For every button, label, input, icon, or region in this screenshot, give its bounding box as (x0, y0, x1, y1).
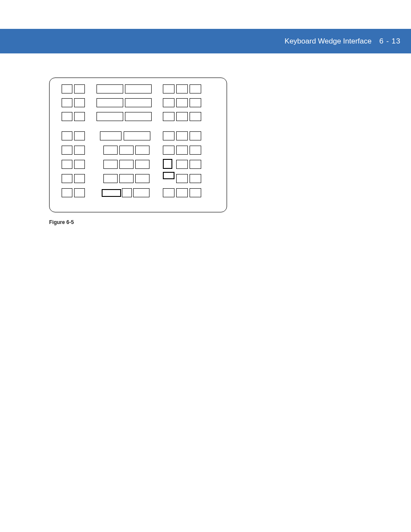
key (163, 98, 174, 107)
key (62, 131, 72, 140)
key (190, 98, 201, 107)
key (176, 188, 188, 197)
key (190, 84, 201, 93)
key (62, 188, 72, 197)
key (119, 160, 134, 169)
key (135, 146, 149, 155)
key (163, 84, 174, 93)
key-highlight (163, 159, 172, 169)
key (190, 174, 201, 183)
key (190, 188, 201, 197)
key (163, 131, 174, 140)
key (176, 131, 188, 140)
key (62, 112, 72, 121)
key (74, 112, 85, 121)
key (176, 84, 188, 93)
key (103, 146, 118, 155)
key (190, 160, 201, 169)
key (176, 98, 188, 107)
key (119, 174, 134, 183)
key (62, 98, 72, 107)
key (74, 84, 85, 93)
key (103, 174, 118, 183)
key (62, 174, 72, 183)
key (74, 188, 85, 197)
page-header: Keyboard Wedge Interface 6 - 13 (0, 29, 411, 53)
key (125, 84, 152, 93)
key (122, 188, 132, 197)
key (100, 131, 121, 140)
key (135, 160, 149, 169)
key (124, 131, 150, 140)
key (74, 160, 85, 169)
key (62, 84, 72, 93)
key (190, 131, 201, 140)
key (163, 112, 174, 121)
key (97, 84, 123, 93)
key (74, 146, 85, 155)
key (119, 146, 134, 155)
key (133, 188, 149, 197)
key (125, 98, 152, 107)
key-highlight (102, 189, 121, 197)
key (74, 131, 85, 140)
key (176, 146, 188, 155)
key (163, 188, 174, 197)
key (190, 146, 201, 155)
key (163, 146, 174, 155)
key (74, 174, 85, 183)
key (176, 112, 188, 121)
header-title: Keyboard Wedge Interface (285, 37, 372, 46)
figure-caption: Figure 6-5 (49, 219, 227, 225)
figure-container: Figure 6-5 (49, 78, 227, 225)
key (103, 160, 118, 169)
key (176, 160, 188, 169)
key (125, 112, 152, 121)
header-page-number: 6 - 13 (380, 37, 401, 46)
key (176, 174, 188, 183)
key (97, 112, 123, 121)
key (74, 98, 85, 107)
key (97, 98, 123, 107)
keyboard-diagram (49, 78, 227, 212)
key (62, 146, 72, 155)
key (62, 160, 72, 169)
key (135, 174, 149, 183)
key-highlight (163, 172, 174, 179)
key (190, 112, 201, 121)
